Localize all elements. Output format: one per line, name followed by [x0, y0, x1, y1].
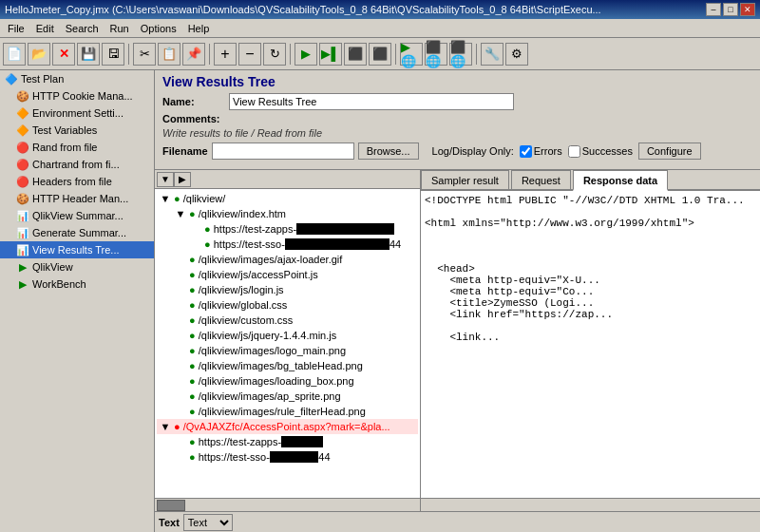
green-circle17: ●: [189, 451, 196, 463]
log-display-row: Log/Display Only: Errors Successes Confi…: [432, 142, 701, 160]
errors-checkbox-label[interactable]: Errors: [520, 145, 562, 158]
sidebar-item-gensummary[interactable]: 📊 Generate Summar...: [0, 224, 154, 241]
menu-run[interactable]: Run: [104, 21, 135, 36]
tab-response[interactable]: Response data: [573, 170, 668, 191]
chartrand-icon: 🔴: [15, 157, 30, 172]
comments-label: Comments:: [162, 113, 229, 124]
successes-checkbox[interactable]: [568, 145, 580, 158]
menu-edit[interactable]: Edit: [30, 21, 60, 36]
filename-input[interactable]: [212, 142, 354, 160]
save-button[interactable]: 💾: [77, 43, 100, 66]
result-item-ajax-loader[interactable]: ● /qlikview/images/ajax-loader.gif: [157, 252, 418, 267]
result-item-login-js[interactable]: ● /qlikview/js/login.js: [157, 282, 418, 297]
response-line-3: <html xmlns="http://www.w3.org/1999/xhtm…: [425, 218, 756, 229]
result-item-bg-table[interactable]: ● /qlikview/images/bg_tableHead.png: [157, 358, 418, 373]
result-item-qvajax-error[interactable]: ▼ ● /QvAJAXZfc/AccessPoint.aspx?mark=&pl…: [157, 419, 418, 434]
tree-toolbar: ▼ ▶: [155, 170, 420, 189]
sidebar-item-headers[interactable]: 🔴 Headers from file: [0, 173, 154, 190]
green-circle12: ●: [189, 360, 196, 371]
tree-expand-btn[interactable]: ▼: [157, 172, 174, 187]
refresh-button[interactable]: ↻: [263, 43, 286, 66]
successes-checkbox-label[interactable]: Successes: [568, 145, 633, 158]
tree-scrollbar-h[interactable]: [155, 498, 420, 511]
result-item-test-zapps2[interactable]: ● https://test-zapps-XXXXXX: [157, 434, 418, 449]
sidebar-item-httpheader[interactable]: 🍪 HTTP Header Man...: [0, 190, 154, 207]
sidebar-item-workbench[interactable]: ▶ WorkBench: [0, 276, 154, 293]
result-item-global-css[interactable]: ● /qlikview/global.css: [157, 297, 418, 313]
sidebar-item-httpcookie[interactable]: 🍪 HTTP Cookie Mana...: [0, 87, 154, 104]
maximize-button[interactable]: □: [723, 3, 738, 16]
item-icon9: [174, 314, 187, 327]
copy-button[interactable]: 📋: [158, 43, 180, 66]
sidebar-item-qlikview[interactable]: ▶ QlikView: [0, 258, 154, 276]
result-item-label3: https://test-zapps-XXXXXXXXXXXXXX: [211, 223, 394, 235]
result-hscroll[interactable]: [421, 499, 760, 511]
stop2-button[interactable]: ⬛: [369, 43, 391, 66]
result-item-index[interactable]: ▼ ● /qlikview/index.htm: [157, 206, 418, 221]
httpheader-icon: 🍪: [15, 191, 30, 206]
remote-stop2[interactable]: ⬛🌐: [449, 43, 472, 66]
configure-button[interactable]: Configure: [638, 142, 701, 160]
result-item-test-sso[interactable]: ● https://test-sso-XXXXXXXXXXXXXXX44: [157, 237, 418, 252]
remote-stop[interactable]: ⬛🌐: [425, 43, 447, 66]
sidebar-item-testplan[interactable]: 🔷 Test Plan: [0, 70, 154, 87]
cut-button[interactable]: ✂: [133, 43, 156, 66]
text-format-select[interactable]: Text HTML JSON XML: [183, 514, 233, 531]
result-item-ap-sprite[interactable]: ● /qlikview/images/ap_sprite.png: [157, 389, 418, 404]
browse-button[interactable]: Browse...: [358, 142, 419, 160]
close-button[interactable]: ✕: [740, 3, 755, 16]
gensummary-icon: 📊: [15, 225, 30, 240]
play-no-pause[interactable]: ▶▌: [319, 43, 342, 66]
remote-start[interactable]: ▶🌐: [400, 43, 423, 66]
result-item-accesspoint[interactable]: ● /qlikview/js/accessPoint.js: [157, 267, 418, 282]
item-icon3: [189, 222, 202, 236]
result-item-test-sso2[interactable]: ● https://test-sso-XXXXXXX44: [157, 449, 418, 465]
save-as-button[interactable]: 🖫: [102, 43, 124, 66]
tab-sampler[interactable]: Sampler result: [421, 170, 509, 189]
add-button[interactable]: +: [214, 43, 237, 66]
tree-collapse-btn[interactable]: ▶: [174, 172, 191, 187]
write-results-label: Write results to file / Read from file: [162, 127, 752, 139]
open-button[interactable]: 📂: [28, 43, 50, 66]
function-button[interactable]: ⚙: [505, 43, 528, 66]
close-button2[interactable]: ✕: [52, 43, 75, 66]
stop-button[interactable]: ⬛: [344, 43, 367, 66]
menu-options[interactable]: Options: [135, 21, 182, 36]
result-item-jquery[interactable]: ● /qlikview/js/jquery-1.4.4.min.js: [157, 328, 418, 343]
new-button[interactable]: 📄: [3, 43, 26, 66]
play-button[interactable]: ▶: [294, 43, 317, 66]
separator5: [476, 44, 477, 65]
menu-help[interactable]: Help: [182, 21, 216, 36]
result-item-label15: /qlikview/images/rule_filterHead.png: [196, 406, 366, 417]
tabs-bar: Sampler result Request Response data: [421, 170, 760, 191]
green-circle16: ●: [189, 436, 196, 447]
result-tree-content[interactable]: ▼ ● /qlikview/ ▼ ● /qlikview/index.htm ●…: [155, 189, 420, 498]
green-circle2: ●: [189, 208, 196, 219]
tab-request[interactable]: Request: [511, 170, 571, 189]
result-item-label11: /qlikview/images/logo_main.png: [196, 345, 346, 356]
sidebar-qliksummary-label: QlikView Summar...: [32, 210, 124, 221]
paste-button[interactable]: 📌: [182, 43, 205, 66]
green-circle4: ●: [204, 238, 211, 250]
result-item-qlikview-root[interactable]: ▼ ● /qlikview/: [157, 191, 418, 206]
sidebar-item-rand[interactable]: 🔴 Rand from file: [0, 139, 154, 156]
name-input[interactable]: [229, 93, 514, 110]
sidebar-item-viewresults[interactable]: 📊 View Results Tre...: [0, 241, 154, 258]
result-item-rule-filter[interactable]: ● /qlikview/images/rule_filterHead.png: [157, 404, 418, 419]
sidebar-item-chartrand[interactable]: 🔴 Chartrand from fi...: [0, 156, 154, 173]
response-content[interactable]: <!DOCTYPE html PUBLIC "-//W3C//DTD XHTML…: [421, 191, 760, 498]
sidebar-item-qliksummary[interactable]: 📊 QlikView Summar...: [0, 207, 154, 224]
result-item-test-zapps[interactable]: ● https://test-zapps-XXXXXXXXXXXXXX: [157, 221, 418, 237]
remove-button[interactable]: −: [238, 43, 261, 66]
sidebar-item-testvars[interactable]: 🔶 Test Variables: [0, 122, 154, 139]
result-item-custom-css[interactable]: ● /qlikview/custom.css: [157, 313, 418, 328]
result-item-logo[interactable]: ● /qlikview/images/logo_main.png: [157, 343, 418, 358]
menu-search[interactable]: Search: [60, 21, 104, 36]
result-item-loading-box[interactable]: ● /qlikview/images/loading_box.png: [157, 373, 418, 389]
template-button[interactable]: 🔧: [481, 43, 504, 66]
minimize-button[interactable]: –: [706, 3, 721, 16]
errors-checkbox[interactable]: [520, 145, 532, 158]
green-circle8: ●: [189, 299, 196, 311]
sidebar-item-env[interactable]: 🔶 Environment Setti...: [0, 104, 154, 122]
menu-file[interactable]: File: [2, 21, 30, 36]
